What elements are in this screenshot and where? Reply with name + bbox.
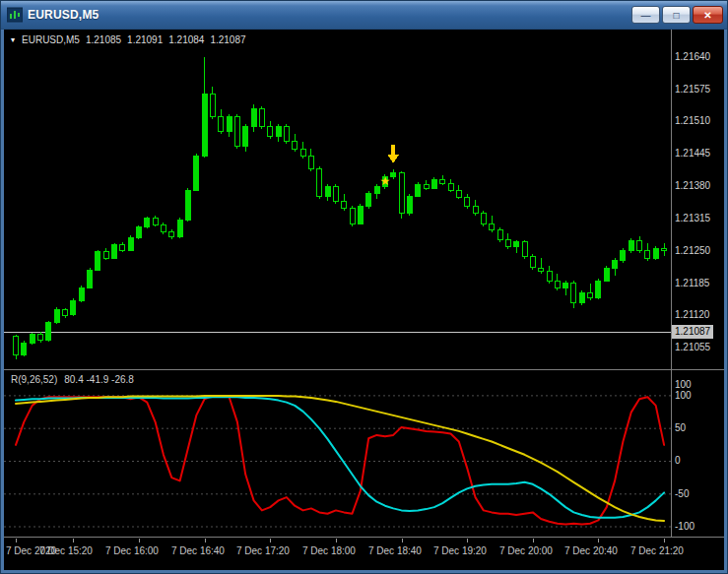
sell-arrow-marker[interactable] bbox=[387, 145, 399, 163]
ohlc-close-value: 1.21087 bbox=[210, 34, 245, 45]
candle-body bbox=[161, 224, 165, 232]
axis-divider bbox=[671, 30, 672, 538]
indicator-axis-label: 100 bbox=[675, 390, 692, 402]
candle-body bbox=[234, 116, 239, 146]
candle-body bbox=[54, 310, 59, 323]
candle-body bbox=[268, 127, 273, 137]
candle-body bbox=[539, 268, 544, 271]
candle-body bbox=[185, 190, 190, 220]
maximize-button[interactable]: □ bbox=[662, 6, 691, 24]
window-title: EURUSD,M5 bbox=[28, 8, 99, 22]
price-axis-label: 1.21640 bbox=[675, 51, 710, 63]
price-axis-label: 1.21445 bbox=[675, 148, 710, 159]
price-axis-label: 1.21055 bbox=[675, 342, 710, 353]
time-axis-tick bbox=[533, 539, 534, 542]
candle-body bbox=[46, 323, 51, 341]
candle-body bbox=[88, 270, 93, 287]
candle-body bbox=[219, 116, 224, 131]
price-axis-label: 1.21250 bbox=[675, 245, 710, 257]
indicator-axis-label: 50 bbox=[675, 422, 686, 434]
candle-body bbox=[514, 242, 519, 247]
candle-body bbox=[79, 287, 84, 300]
ohlc-low-value: 1.21084 bbox=[168, 34, 204, 45]
candle-body bbox=[505, 240, 510, 247]
time-axis-tick bbox=[270, 539, 271, 542]
chart-symbol-label: EURUSD,M5 bbox=[22, 34, 80, 45]
candle-body bbox=[112, 245, 117, 259]
close-icon: ✕ bbox=[703, 10, 711, 21]
candle-body bbox=[588, 293, 593, 298]
candle-body bbox=[366, 194, 371, 207]
time-axis-tick bbox=[16, 539, 17, 542]
star-marker[interactable]: ★ bbox=[379, 174, 390, 188]
candle-body bbox=[120, 245, 125, 251]
time-axis-tick bbox=[402, 539, 403, 542]
title-bar[interactable]: EURUSD,M5 — □ ✕ bbox=[1, 1, 727, 30]
candle-body bbox=[629, 241, 633, 251]
price-axis-label: 1.21315 bbox=[675, 213, 710, 224]
close-button[interactable]: ✕ bbox=[693, 6, 723, 24]
time-axis[interactable]: 7 Dec 20207 Dec 15:207 Dec 16:007 Dec 16… bbox=[4, 538, 724, 570]
ohlc-high-value: 1.21091 bbox=[127, 34, 163, 45]
time-axis-label: 7 Dec 18:00 bbox=[302, 545, 356, 556]
chart-ohlc-header: ▾ EURUSD,M5 1.21085 1.21091 1.21084 1.21… bbox=[11, 34, 246, 45]
candle-body bbox=[448, 183, 453, 190]
candle-body bbox=[416, 184, 421, 196]
candle-body bbox=[153, 219, 158, 224]
ohlc-open-value: 1.21085 bbox=[86, 34, 121, 45]
candle-body bbox=[243, 127, 248, 147]
candle-body bbox=[30, 335, 34, 344]
maximize-icon: □ bbox=[673, 10, 679, 21]
time-axis-label: 7 Dec 20:00 bbox=[499, 545, 553, 556]
candle-body bbox=[145, 219, 150, 227]
minimize-button[interactable]: — bbox=[631, 6, 660, 24]
indicator-chart[interactable] bbox=[4, 370, 671, 537]
candle-body bbox=[621, 251, 626, 261]
candle-body bbox=[169, 232, 174, 237]
chart-icon bbox=[7, 7, 23, 23]
candle-body bbox=[325, 186, 330, 196]
candle-body bbox=[317, 168, 322, 196]
candle-body bbox=[604, 269, 609, 282]
candle-body bbox=[96, 252, 100, 270]
time-axis-tick bbox=[664, 539, 665, 542]
price-axis[interactable]: 1.21087 1.216401.215751.215101.214451.21… bbox=[672, 30, 724, 369]
candle-body bbox=[440, 179, 445, 183]
candle-body bbox=[63, 310, 68, 315]
time-axis-label: 7 Dec 16:00 bbox=[105, 545, 159, 556]
candle-body bbox=[22, 343, 27, 355]
time-axis-tick bbox=[73, 539, 74, 542]
candle-body bbox=[399, 172, 404, 214]
candle-body bbox=[456, 190, 461, 197]
symbol-dropdown-icon[interactable]: ▾ bbox=[11, 35, 15, 44]
time-axis-tick bbox=[205, 539, 206, 542]
time-axis-label: 7 Dec 15:20 bbox=[39, 545, 93, 556]
window-icon[interactable] bbox=[7, 7, 23, 23]
candle-body bbox=[596, 281, 601, 298]
candle-body bbox=[465, 197, 470, 206]
time-axis-tick bbox=[336, 539, 337, 542]
price-axis-label: 1.21575 bbox=[675, 84, 710, 96]
candle-body bbox=[128, 237, 133, 250]
candle-body bbox=[38, 335, 43, 341]
candle-body bbox=[645, 251, 650, 259]
candle-body bbox=[374, 186, 379, 194]
price-axis-label: 1.21380 bbox=[675, 180, 710, 192]
candle-body bbox=[194, 157, 199, 190]
candle-body bbox=[358, 206, 363, 223]
price-axis-label: 1.21120 bbox=[675, 309, 709, 321]
indicator-axis[interactable]: 100100500-50-100 bbox=[672, 370, 724, 537]
candle-body bbox=[136, 227, 141, 238]
candle-body bbox=[637, 241, 642, 251]
candle-body bbox=[350, 209, 355, 223]
candle-body bbox=[407, 196, 412, 214]
candle-body bbox=[293, 142, 298, 150]
candle-body bbox=[473, 206, 478, 214]
candle-body bbox=[530, 257, 535, 268]
candle-body bbox=[14, 337, 19, 355]
candle-body bbox=[259, 109, 264, 127]
price-axis-label: 1.21510 bbox=[675, 115, 710, 127]
price-chart[interactable]: ★ bbox=[4, 30, 671, 369]
candle-body bbox=[333, 186, 338, 201]
time-axis-label: 7 Dec 20:40 bbox=[564, 545, 618, 556]
